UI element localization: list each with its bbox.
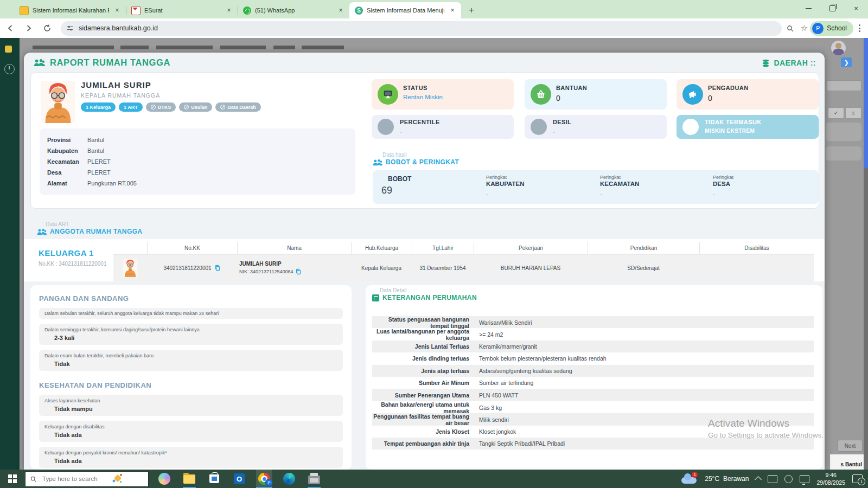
scrollbar-thumb[interactable] (864, 38, 868, 168)
dimmed-box (826, 146, 861, 160)
raport-modal: RAPORT RUMAH TANGGA DAERAH :: JUMILAH SU… (24, 53, 825, 470)
tab-close-icon[interactable]: × (113, 6, 122, 15)
slash-circle-icon (151, 105, 156, 110)
badge-keluarga[interactable]: 1 Keluarga (81, 102, 116, 112)
start-button[interactable] (0, 470, 25, 488)
reload-button[interactable] (39, 21, 55, 36)
bantuan-count: 0 (556, 94, 560, 102)
art-table-row[interactable]: 3402131811220001 JUMILAH SURIP NIK: 3402… (113, 254, 814, 281)
next-button[interactable]: Next (838, 440, 863, 452)
weather-text[interactable]: 25°CBerawan (705, 475, 749, 483)
location-row: ProvinsiBantul (47, 134, 355, 145)
browser-tab-kalurahan[interactable]: Sistem Informasi Kalurahan Ple × (14, 2, 126, 18)
group-icon (37, 228, 47, 235)
kesehatan-title: KESEHATAN DAN PENDIDIKAN (39, 381, 343, 389)
perumahan-card: Data Detail KETERANGAN PERUMAHAN Status … (366, 285, 822, 470)
badge-dtks[interactable]: DTKS (146, 102, 176, 112)
user-avatar[interactable] (831, 41, 846, 55)
database-icon (762, 59, 770, 67)
badge-data-daerah[interactable]: Data Daerah (215, 102, 261, 112)
taskbar-printer-app-icon[interactable] (306, 470, 322, 488)
back-button[interactable] (2, 21, 18, 36)
dimmed-check-button: ✓ (828, 107, 844, 119)
copy-icon[interactable] (214, 265, 221, 271)
bookmark-star-icon[interactable]: ☆ (801, 23, 808, 33)
panel-expand-button[interactable]: ❯ (841, 57, 852, 67)
address-bar[interactable]: sidamesra.bantulkab.go.id (61, 21, 782, 36)
circle-icon (531, 119, 547, 135)
tray-expand-icon[interactable] (755, 476, 762, 483)
book-icon (372, 294, 379, 301)
browser-tab-sidamesra-active[interactable]: S Sistem Informasi Data Menuju S × (349, 2, 461, 18)
family-kk: No.KK : 3402131811220001 (39, 261, 106, 267)
bobot-peringkat-title: BOBOT & PERINGKAT (373, 158, 459, 166)
window-minimize-button[interactable] (796, 0, 820, 16)
taskbar-chrome-icon[interactable]: P (256, 470, 272, 488)
taskbar-copilot-icon[interactable] (156, 470, 173, 488)
profile-name: School (827, 24, 847, 32)
taskbar-outlook-icon[interactable]: O (231, 470, 247, 488)
region-toggle[interactable]: DAERAH :: (762, 59, 816, 67)
perumahan-row: Jenis atap terluasAsbes/seng/genteng kua… (372, 365, 814, 377)
tray-printer-icon[interactable] (768, 475, 777, 483)
network-icon[interactable] (800, 475, 809, 483)
badge-row: 1 Keluarga 1 ART DTKS Usulan Data Daerah (81, 102, 261, 112)
copy-icon[interactable] (295, 268, 302, 275)
taskbar-store-icon[interactable] (206, 470, 222, 488)
taskbar-search[interactable] (25, 471, 149, 487)
rank-desa: Peringkat DESA - (713, 175, 733, 197)
screen: Sistem Informasi Kalurahan Ple × ESurat … (0, 0, 868, 488)
zoom-icon[interactable] (786, 24, 794, 33)
taskbar-file-explorer-icon[interactable] (181, 470, 197, 488)
household-avatar (41, 81, 75, 123)
taskbar-edge-icon[interactable] (281, 470, 297, 488)
tab-close-icon[interactable]: × (336, 6, 345, 15)
sidamesra-favicon-icon: S (355, 7, 363, 15)
tab-close-icon[interactable]: × (225, 6, 233, 15)
desil-value: - (553, 128, 555, 136)
forward-button[interactable] (21, 21, 37, 36)
pengaduan-card: PENGADUAN 0 (676, 79, 819, 110)
badge-art[interactable]: 1 ART (119, 102, 143, 112)
clock-icon[interactable] (4, 64, 15, 74)
app-logo-icon[interactable] (5, 46, 12, 53)
url-text[interactable]: sidamesra.bantulkab.go.id (79, 24, 776, 32)
monitor-icon (378, 84, 398, 105)
search-input[interactable] (41, 475, 108, 483)
slash-circle-icon (184, 105, 189, 110)
browser-menu-icon[interactable] (859, 24, 860, 32)
tab-close-icon[interactable]: × (448, 6, 457, 15)
perumahan-row: Tempat pembuangan akhir tinjaTangki Sept… (372, 438, 814, 450)
tab-title: Sistem Informasi Kalurahan Ple (33, 7, 109, 14)
pangan-kesehatan-card: PANGAN DAN SANDANG Dalam sebulan terakhi… (30, 285, 352, 470)
family-label[interactable]: KELUARGA 1 (39, 248, 94, 258)
taskbar-clock[interactable]: 9:46 29/08/2025 (816, 471, 845, 486)
window-close-button[interactable]: × (844, 0, 868, 16)
tray-app-icon[interactable] (784, 475, 793, 483)
window-maximize-button[interactable] (820, 0, 844, 16)
status-link[interactable]: Rentan Miskin (403, 94, 443, 100)
browser-tab-esurat[interactable]: ESurat × (126, 2, 238, 18)
new-tab-button[interactable]: + (464, 3, 478, 17)
weather-icon[interactable]: 1 (681, 473, 698, 485)
page-scrollbar[interactable] (864, 38, 868, 470)
member-nik: NIK: 3402137112540064 (239, 268, 302, 275)
question-row: Akses layanan kesehatan Tidak mampu (39, 395, 343, 416)
page-backdrop: ❯ ✓ ≡ Next s Bantul RAPORT RUMAH TANGGA … (0, 38, 868, 470)
dimmed-text-fragment (273, 46, 295, 49)
tab-title: ESurat (144, 7, 221, 14)
badge-usulan[interactable]: Usulan (179, 102, 212, 112)
dimmed-text-fragment (33, 46, 114, 49)
site-settings-icon[interactable] (66, 24, 74, 32)
dimmed-text-fragment (156, 46, 213, 49)
question-row: Dalam enam bulan terakhir, membeli pakai… (39, 350, 343, 371)
browser-profile-chip[interactable]: P School (810, 21, 853, 36)
question-row: Keluarga dengan disabilitas Tidak ada (39, 421, 343, 442)
window-controls: × (796, 0, 868, 16)
action-center-icon[interactable]: 1 (852, 474, 863, 483)
household-head-role: KEPALA RUMAH TANGGA (81, 92, 160, 99)
basket-icon (531, 84, 551, 105)
browser-tab-whatsapp[interactable]: (51) WhatsApp × (238, 2, 349, 18)
bantuan-card: BANTUAN 0 (525, 79, 667, 110)
pengaduan-count: 0 (708, 94, 712, 102)
